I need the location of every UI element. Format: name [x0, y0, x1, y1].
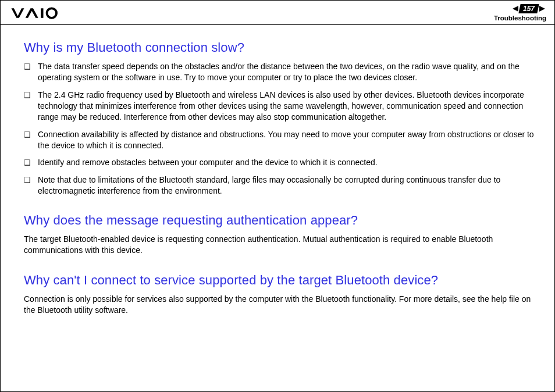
bullet-list: ❑The data transfer speed depends on the … — [24, 61, 538, 197]
body-paragraph: The target Bluetooth-enabled device is r… — [24, 234, 538, 256]
page-navigation: 157 — [511, 4, 546, 13]
list-item: ❑The 2.4 GHz radio frequency used by Blu… — [24, 90, 538, 123]
list-item: ❑Connection availability is affected by … — [24, 129, 538, 152]
header-right: 157 Troubleshooting — [494, 4, 546, 22]
bullet-icon: ❑ — [24, 174, 38, 186]
bullet-icon: ❑ — [24, 157, 38, 168]
bullet-icon: ❑ — [24, 61, 38, 72]
bullet-icon: ❑ — [24, 129, 38, 140]
svg-marker-13 — [539, 6, 545, 12]
question-heading: Why is my Bluetooth connection slow? — [24, 40, 538, 55]
next-page-arrow-icon[interactable] — [538, 5, 546, 13]
list-item-text: Note that due to limitations of the Blue… — [38, 174, 538, 197]
question-heading: Why can't I connect to service supported… — [24, 273, 538, 288]
svg-rect-10 — [41, 8, 43, 18]
list-item: ❑Identify and remove obstacles between y… — [24, 157, 538, 168]
question-heading: Why does the message requesting authenti… — [24, 213, 538, 228]
svg-marker-12 — [513, 6, 518, 12]
list-item: ❑The data transfer speed depends on the … — [24, 61, 538, 84]
body-paragraph: Connection is only possible for services… — [24, 294, 538, 316]
vaio-logo — [11, 6, 69, 19]
document-page: 157 Troubleshooting Why is my Bluetooth … — [0, 0, 555, 392]
page-header: 157 Troubleshooting — [1, 1, 554, 25]
list-item-text: The 2.4 GHz radio frequency used by Blue… — [38, 90, 538, 123]
bullet-icon: ❑ — [24, 90, 38, 101]
list-item-text: Identify and remove obstacles between yo… — [38, 157, 538, 168]
section-label: Troubleshooting — [494, 15, 546, 22]
page-content: Why is my Bluetooth connection slow? ❑Th… — [1, 25, 554, 316]
list-item-text: The data transfer speed depends on the o… — [38, 61, 538, 84]
page-number-badge: 157 — [518, 4, 539, 13]
list-item-text: Connection availability is affected by d… — [38, 129, 538, 152]
list-item: ❑Note that due to limitations of the Blu… — [24, 174, 538, 197]
